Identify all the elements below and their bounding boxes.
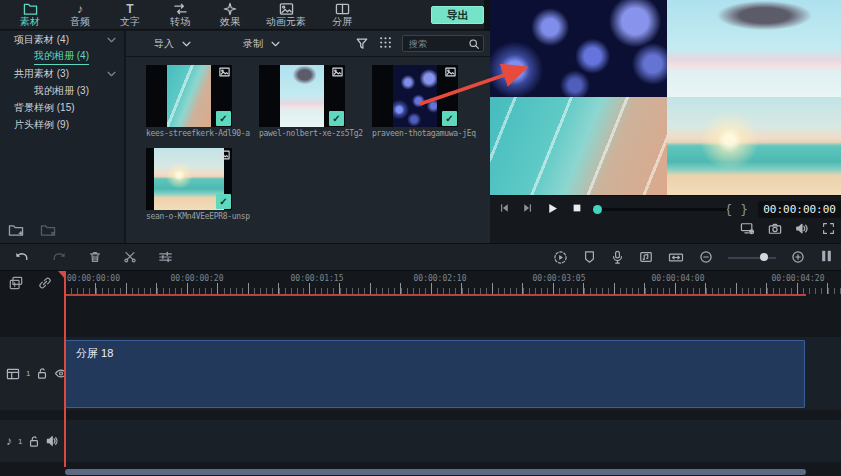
timeline-zoom-slider[interactable] — [728, 252, 776, 262]
music-note-icon: ♪ — [77, 2, 83, 16]
library-sidebar: 项目素材 (4) 我的相册 (4) 共用素材 (3) 我的相册 (3) 背景样例… — [0, 31, 125, 243]
redo-icon[interactable] — [51, 250, 67, 264]
zoom-out-icon[interactable] — [699, 250, 713, 264]
mark-out-icon[interactable]: } — [740, 202, 748, 217]
media-item-name: sean-o-KMn4VEeEPR8-unsp — [146, 212, 256, 221]
media-item-praveen[interactable]: ✓ praveen-thotagamuwa-jEq — [372, 65, 458, 127]
ruler-label: 00:00:00:00 — [67, 274, 120, 283]
ruler-label: 00:00:04:00 — [652, 274, 705, 283]
stop-icon[interactable] — [571, 202, 583, 216]
zoom-in-icon[interactable] — [791, 250, 805, 264]
text-icon: T — [126, 2, 133, 16]
play-icon[interactable] — [546, 202, 559, 217]
record-button[interactable]: 录制 — [243, 37, 280, 51]
media-panel: 导入 录制 ✓ kees-streefkerk-Adl90-a ✓ pawel-… — [126, 31, 490, 243]
track-number: 1 — [18, 437, 22, 446]
zoom-slider-handle[interactable] — [760, 253, 768, 261]
playback-slider[interactable] — [593, 204, 710, 214]
snapshot-camera-icon[interactable] — [768, 222, 782, 235]
delete-folder-icon[interactable] — [40, 223, 56, 237]
grid-view-icon[interactable] — [379, 36, 392, 51]
horizontal-scrollbar[interactable] — [65, 469, 806, 475]
media-item-sean[interactable]: ✓ sean-o-KMn4VEeEPR8-unsp — [146, 148, 232, 210]
lock-icon[interactable] — [28, 435, 40, 448]
thumbnail-image — [280, 65, 324, 127]
link-clips-icon[interactable] — [38, 276, 52, 290]
preview-quadrant-beach-waves — [490, 97, 667, 195]
sidebar-item-my-album-project[interactable]: 我的相册 (4) — [0, 48, 124, 65]
image-type-icon — [219, 67, 230, 77]
search-box — [402, 35, 484, 52]
ruler-label: 00:00:02:10 — [414, 274, 467, 283]
media-item-name: pawel-nolbert-xe-zs5Tg2 — [259, 129, 369, 138]
media-item-name: praveen-thotagamuwa-jEq — [372, 129, 482, 138]
tab-text[interactable]: T 文字 — [108, 2, 152, 27]
preview-quadrant-cloud-sky — [667, 0, 841, 97]
chevron-down-icon[interactable] — [107, 71, 116, 77]
playhead-line[interactable] — [64, 271, 66, 467]
render-preview-icon[interactable] — [553, 250, 568, 265]
thumbnail-image — [393, 65, 437, 127]
import-button[interactable]: 导入 — [154, 37, 191, 51]
marker-icon[interactable] — [583, 250, 596, 264]
tab-elements[interactable]: 动画元素 — [258, 2, 314, 27]
preview-quadrant-jellyfish — [490, 0, 667, 97]
filter-icon[interactable] — [355, 37, 369, 50]
clip-duration-indicator — [65, 294, 806, 296]
sidebar-item-shared-media[interactable]: 共用素材 (3) — [0, 65, 124, 82]
sidebar-item-intro-samples[interactable]: 片头样例 (9) — [0, 116, 124, 133]
split-screen-icon — [335, 2, 350, 16]
tab-label: 动画元素 — [266, 17, 306, 27]
sidebar-item-my-album-shared[interactable]: 我的相册 (3) — [0, 82, 124, 99]
timeline-ruler[interactable] — [65, 283, 841, 294]
manage-tracks-icon[interactable] — [9, 276, 23, 290]
image-type-icon — [445, 67, 456, 77]
tab-transitions[interactable]: 转场 — [158, 2, 202, 27]
previous-frame-icon[interactable] — [498, 202, 510, 216]
thumbnail-image — [154, 148, 224, 210]
next-frame-icon[interactable] — [522, 202, 534, 216]
media-item-kees[interactable]: ✓ kees-streefkerk-Adl90-a — [146, 65, 232, 127]
audio-track[interactable]: ♪ 1 — [0, 420, 841, 462]
audio-mixer-icon[interactable] — [639, 250, 653, 264]
audio-track-header: ♪ 1 — [0, 420, 65, 462]
search-icon[interactable] — [468, 38, 480, 50]
display-settings-icon[interactable] — [740, 222, 755, 235]
tab-splitscreen[interactable]: 分屏 — [320, 2, 364, 27]
adjust-sliders-icon[interactable] — [158, 250, 173, 264]
transition-icon — [173, 2, 188, 16]
chevron-down-icon — [182, 41, 191, 47]
selected-check-icon: ✓ — [216, 111, 231, 126]
volume-icon[interactable] — [795, 222, 809, 235]
tab-label: 分屏 — [332, 17, 352, 27]
undo-icon[interactable] — [14, 250, 30, 264]
tab-media[interactable]: 素材 — [8, 2, 52, 27]
fit-timeline-icon[interactable] — [668, 251, 684, 264]
image-icon — [279, 2, 294, 16]
media-item-pawel[interactable]: ✓ pawel-nolbert-xe-zs5Tg2 — [259, 65, 345, 127]
tab-audio[interactable]: ♪ 音频 — [58, 2, 102, 27]
split-scissors-icon[interactable] — [123, 250, 137, 264]
sidebar-item-project-media[interactable]: 项目素材 (4) — [0, 31, 124, 48]
track-number: 1 — [26, 369, 30, 378]
chevron-down-icon[interactable] — [107, 37, 116, 43]
ruler-label: 00:00:01:15 — [291, 274, 344, 283]
mute-speaker-icon[interactable] — [46, 435, 59, 447]
fullscreen-icon[interactable] — [822, 222, 835, 235]
search-input[interactable] — [409, 39, 468, 49]
tab-effects[interactable]: 效果 — [208, 2, 252, 27]
clip-label: 分屏 18 — [76, 346, 113, 361]
delete-icon[interactable] — [88, 250, 102, 264]
timeline-toolbar — [0, 243, 841, 271]
video-track-header: 1 — [0, 337, 65, 410]
add-folder-icon[interactable] — [8, 223, 24, 237]
playhead-handle[interactable] — [593, 205, 602, 214]
track-manager-icon[interactable] — [820, 249, 833, 265]
lock-icon[interactable] — [36, 367, 48, 380]
music-note-icon: ♪ — [6, 434, 12, 448]
export-button[interactable]: 导出 — [431, 6, 484, 24]
main-tabs: 素材 ♪ 音频 T 文字 转场 效果 动画元素 分屏 — [0, 2, 364, 27]
sidebar-item-background-samples[interactable]: 背景样例 (15) — [0, 99, 124, 116]
timeline-clip-splitscreen[interactable]: 分屏 18 — [65, 340, 805, 408]
voiceover-mic-icon[interactable] — [611, 250, 624, 265]
